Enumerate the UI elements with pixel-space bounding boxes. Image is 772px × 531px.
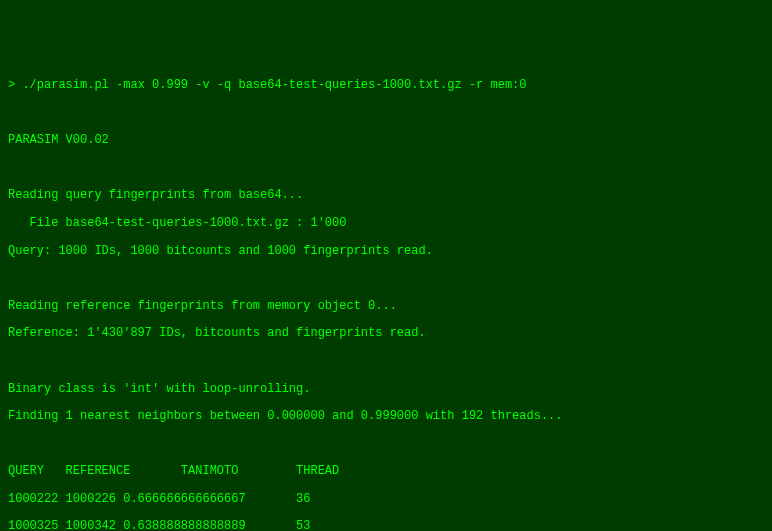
- binary-class-line: Binary class is 'int' with loop-unrollin…: [8, 383, 764, 397]
- blank-line: [8, 107, 764, 121]
- finding-line: Finding 1 nearest neighbors between 0.00…: [8, 410, 764, 424]
- table-header: QUERY REFERENCE TANIMOTO THREAD: [8, 465, 764, 479]
- command-line: > ./parasim.pl -max 0.999 -v -q base64-t…: [8, 79, 764, 93]
- read-ref-header: Reading reference fingerprints from memo…: [8, 300, 764, 314]
- table-row: 1000222 1000226 0.666666666666667 36: [8, 493, 764, 507]
- ref-summary: Reference: 1'430'897 IDs, bitcounts and …: [8, 327, 764, 341]
- prompt-symbol: >: [8, 78, 22, 92]
- table-row: 1000325 1000342 0.638888888888889 53: [8, 520, 764, 531]
- blank-line: [8, 355, 764, 369]
- read-query-file: File base64-test-queries-1000.txt.gz : 1…: [8, 217, 764, 231]
- query-summary: Query: 1000 IDs, 1000 bitcounts and 1000…: [8, 245, 764, 259]
- blank-line: [8, 272, 764, 286]
- version-line: PARASIM V00.02: [8, 134, 764, 148]
- command-text: ./parasim.pl -max 0.999 -v -q base64-tes…: [22, 78, 526, 92]
- blank-line: [8, 438, 764, 452]
- terminal-window[interactable]: > ./parasim.pl -max 0.999 -v -q base64-t…: [8, 65, 764, 531]
- blank-line: [8, 162, 764, 176]
- read-query-header: Reading query fingerprints from base64..…: [8, 189, 764, 203]
